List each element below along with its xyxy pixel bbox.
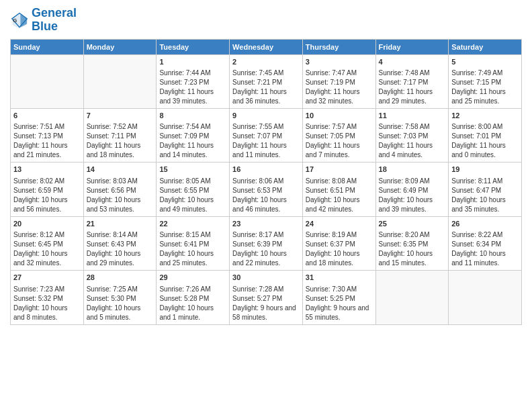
day-info: Daylight: 10 hours and 5 minutes. (87, 304, 154, 322)
day-info: Sunrise: 8:03 AM (87, 177, 154, 186)
day-number: 17 (306, 165, 373, 175)
day-info: Daylight: 11 hours and 7 minutes. (306, 141, 373, 160)
calendar-week-row: 20Sunrise: 8:12 AMSunset: 6:45 PMDayligh… (11, 216, 522, 270)
weekday-header: Thursday (302, 39, 375, 54)
day-info: Sunrise: 7:28 AM (232, 285, 300, 294)
day-info: Sunset: 6:37 PM (306, 240, 373, 249)
day-info: Sunset: 6:43 PM (87, 240, 154, 249)
day-info: Sunrise: 8:19 AM (306, 230, 373, 240)
day-info: Sunset: 7:19 PM (306, 78, 373, 87)
day-info: Sunset: 6:35 PM (379, 240, 446, 249)
day-info: Sunrise: 8:08 AM (306, 177, 373, 186)
logo-blue: Blue (32, 20, 77, 34)
calendar-cell: 3Sunrise: 7:47 AMSunset: 7:19 PMDaylight… (302, 54, 375, 108)
day-info: Daylight: 10 hours and 32 minutes. (13, 249, 81, 268)
calendar-cell: 14Sunrise: 8:03 AMSunset: 6:56 PMDayligh… (83, 163, 157, 216)
day-info: Sunrise: 7:57 AM (306, 122, 373, 132)
day-info: Daylight: 10 hours and 56 minutes. (13, 195, 81, 214)
day-info: Daylight: 9 hours and 58 minutes. (232, 304, 300, 322)
day-number: 31 (306, 273, 373, 283)
day-number: 12 (451, 111, 519, 121)
day-number: 5 (451, 57, 519, 67)
day-info: Daylight: 11 hours and 39 minutes. (159, 87, 226, 106)
calendar-cell: 11Sunrise: 7:58 AMSunset: 7:03 PMDayligh… (375, 108, 449, 162)
day-info: Sunrise: 7:51 AM (13, 122, 81, 132)
day-number: 4 (379, 57, 446, 67)
day-info: Sunrise: 7:25 AM (87, 285, 154, 294)
day-info: Sunset: 7:03 PM (379, 132, 446, 141)
day-number: 7 (87, 111, 154, 121)
weekday-header: Monday (83, 39, 157, 54)
day-info: Sunset: 7:09 PM (159, 132, 226, 141)
day-info: Sunrise: 7:45 AM (232, 68, 300, 78)
weekday-header: Tuesday (157, 39, 230, 54)
day-number: 3 (306, 57, 373, 67)
day-info: Daylight: 11 hours and 0 minutes. (451, 141, 519, 160)
day-info: Sunset: 6:49 PM (379, 186, 446, 195)
day-info: Sunrise: 7:54 AM (159, 122, 226, 132)
day-info: Sunrise: 7:58 AM (379, 122, 446, 132)
logo: G General Blue (10, 7, 77, 34)
day-info: Sunset: 6:47 PM (451, 186, 519, 195)
day-number: 16 (232, 165, 300, 175)
day-number: 29 (159, 273, 226, 283)
page: G General Blue SundayMondayTuesdayWednes… (0, 0, 532, 411)
day-number: 28 (87, 273, 154, 283)
day-info: Sunrise: 7:48 AM (379, 68, 446, 78)
day-info: Sunrise: 7:44 AM (159, 68, 226, 78)
day-info: Sunrise: 8:22 AM (451, 230, 519, 240)
calendar-cell: 9Sunrise: 7:55 AMSunset: 7:07 PMDaylight… (230, 108, 303, 162)
day-info: Daylight: 11 hours and 14 minutes. (159, 141, 226, 160)
day-info: Daylight: 11 hours and 25 minutes. (451, 87, 519, 106)
day-info: Sunset: 7:11 PM (87, 132, 154, 141)
day-number: 24 (306, 219, 373, 229)
calendar-cell: 7Sunrise: 7:52 AMSunset: 7:11 PMDaylight… (83, 108, 157, 162)
weekday-header: Saturday (449, 39, 522, 54)
calendar-cell: 18Sunrise: 8:09 AMSunset: 6:49 PMDayligh… (375, 163, 449, 216)
calendar-cell: 27Sunrise: 7:23 AMSunset: 5:32 PMDayligh… (11, 271, 84, 324)
calendar-cell (11, 54, 84, 108)
calendar-cell: 13Sunrise: 8:02 AMSunset: 6:59 PMDayligh… (11, 163, 84, 216)
day-info: Sunset: 6:51 PM (306, 186, 373, 195)
calendar-cell: 20Sunrise: 8:12 AMSunset: 6:45 PMDayligh… (11, 216, 84, 270)
day-info: Sunset: 5:32 PM (13, 294, 81, 304)
calendar-cell (83, 54, 157, 108)
day-info: Daylight: 10 hours and 22 minutes. (232, 249, 300, 268)
calendar-cell: 19Sunrise: 8:11 AMSunset: 6:47 PMDayligh… (449, 163, 522, 216)
calendar-cell (375, 271, 449, 324)
day-info: Sunset: 7:05 PM (306, 132, 373, 141)
day-number: 11 (379, 111, 446, 121)
day-number: 23 (232, 219, 300, 229)
day-info: Sunset: 7:17 PM (379, 78, 446, 87)
day-number: 30 (232, 273, 300, 283)
day-info: Daylight: 11 hours and 11 minutes. (232, 141, 300, 160)
day-info: Daylight: 10 hours and 53 minutes. (87, 195, 154, 214)
calendar-header-row: SundayMondayTuesdayWednesdayThursdayFrid… (11, 39, 522, 54)
day-info: Sunrise: 8:05 AM (159, 177, 226, 186)
day-info: Sunrise: 8:00 AM (451, 122, 519, 132)
day-number: 10 (306, 111, 373, 121)
day-info: Daylight: 10 hours and 15 minutes. (379, 249, 446, 268)
logo-icon: G (10, 11, 29, 30)
day-info: Sunrise: 8:20 AM (379, 230, 446, 240)
day-number: 26 (451, 219, 519, 229)
day-info: Daylight: 10 hours and 49 minutes. (159, 195, 226, 214)
calendar-week-row: 6Sunrise: 7:51 AMSunset: 7:13 PMDaylight… (11, 108, 522, 162)
day-info: Sunset: 6:34 PM (451, 240, 519, 249)
calendar-cell: 4Sunrise: 7:48 AMSunset: 7:17 PMDaylight… (375, 54, 449, 108)
day-info: Sunrise: 7:55 AM (232, 122, 300, 132)
day-number: 9 (232, 111, 300, 121)
calendar-cell: 25Sunrise: 8:20 AMSunset: 6:35 PMDayligh… (375, 216, 449, 270)
day-info: Daylight: 11 hours and 36 minutes. (232, 87, 300, 106)
calendar-cell: 29Sunrise: 7:26 AMSunset: 5:28 PMDayligh… (157, 271, 230, 324)
calendar-week-row: 27Sunrise: 7:23 AMSunset: 5:32 PMDayligh… (11, 271, 522, 324)
day-info: Sunset: 6:55 PM (159, 186, 226, 195)
day-info: Sunrise: 7:30 AM (306, 285, 373, 294)
calendar: SundayMondayTuesdayWednesdayThursdayFrid… (10, 39, 522, 325)
day-number: 25 (379, 219, 446, 229)
day-info: Sunrise: 8:17 AM (232, 230, 300, 240)
weekday-header: Friday (375, 39, 449, 54)
calendar-cell: 1Sunrise: 7:44 AMSunset: 7:23 PMDaylight… (157, 54, 230, 108)
calendar-cell: 2Sunrise: 7:45 AMSunset: 7:21 PMDaylight… (230, 54, 303, 108)
calendar-cell: 17Sunrise: 8:08 AMSunset: 6:51 PMDayligh… (302, 163, 375, 216)
